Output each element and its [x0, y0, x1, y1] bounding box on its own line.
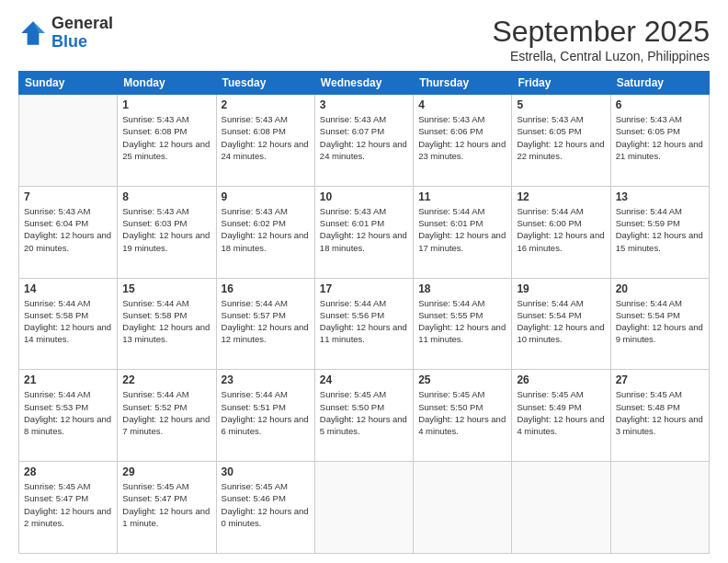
- week-row-4: 28Sunrise: 5:45 AM Sunset: 5:47 PM Dayli…: [19, 462, 710, 554]
- day-number: 1: [122, 98, 210, 111]
- calendar-cell: 2Sunrise: 5:43 AM Sunset: 6:08 PM Daylig…: [216, 95, 314, 187]
- col-wednesday: Wednesday: [314, 72, 413, 95]
- day-number: 14: [24, 282, 112, 295]
- location-subtitle: Estrella, Central Luzon, Philippines: [492, 49, 710, 63]
- day-info: Sunrise: 5:43 AM Sunset: 6:06 PM Dayligh…: [418, 113, 506, 162]
- calendar-cell: 19Sunrise: 5:44 AM Sunset: 5:54 PM Dayli…: [512, 278, 610, 370]
- day-number: 4: [418, 98, 506, 111]
- calendar-cell: 8Sunrise: 5:43 AM Sunset: 6:03 PM Daylig…: [118, 186, 216, 278]
- day-info: Sunrise: 5:44 AM Sunset: 5:59 PM Dayligh…: [616, 205, 704, 254]
- calendar-cell: 4Sunrise: 5:43 AM Sunset: 6:06 PM Daylig…: [414, 95, 512, 187]
- day-number: 19: [517, 282, 605, 295]
- day-number: 13: [616, 190, 704, 203]
- calendar-cell: [610, 462, 709, 554]
- day-number: 15: [122, 282, 210, 295]
- day-info: Sunrise: 5:43 AM Sunset: 6:04 PM Dayligh…: [24, 205, 112, 254]
- calendar-cell: 29Sunrise: 5:45 AM Sunset: 5:47 PM Dayli…: [118, 462, 216, 554]
- day-number: 20: [616, 282, 704, 295]
- day-info: Sunrise: 5:45 AM Sunset: 5:47 PM Dayligh…: [122, 480, 210, 529]
- day-info: Sunrise: 5:44 AM Sunset: 5:58 PM Dayligh…: [122, 297, 210, 346]
- day-number: 7: [24, 190, 112, 203]
- day-number: 21: [24, 373, 112, 386]
- calendar-cell: 26Sunrise: 5:45 AM Sunset: 5:49 PM Dayli…: [512, 370, 610, 462]
- day-number: 5: [517, 98, 605, 111]
- logo-general: General: [51, 14, 113, 32]
- calendar-cell: 17Sunrise: 5:44 AM Sunset: 5:56 PM Dayli…: [314, 278, 413, 370]
- page: General Blue September 2025 Estrella, Ce…: [0, 0, 728, 563]
- day-info: Sunrise: 5:44 AM Sunset: 5:56 PM Dayligh…: [320, 297, 408, 346]
- day-number: 16: [222, 282, 310, 295]
- day-info: Sunrise: 5:45 AM Sunset: 5:47 PM Dayligh…: [24, 480, 112, 529]
- calendar-cell: 20Sunrise: 5:44 AM Sunset: 5:54 PM Dayli…: [610, 278, 709, 370]
- day-info: Sunrise: 5:44 AM Sunset: 6:00 PM Dayligh…: [517, 205, 605, 254]
- day-number: 25: [418, 373, 506, 386]
- calendar-cell: 13Sunrise: 5:44 AM Sunset: 5:59 PM Dayli…: [610, 186, 709, 278]
- day-number: 2: [222, 98, 310, 111]
- calendar-cell: 28Sunrise: 5:45 AM Sunset: 5:47 PM Dayli…: [19, 462, 118, 554]
- day-number: 17: [320, 282, 408, 295]
- calendar-cell: [19, 95, 118, 187]
- day-info: Sunrise: 5:44 AM Sunset: 6:01 PM Dayligh…: [418, 205, 506, 254]
- day-number: 23: [222, 373, 310, 386]
- calendar-cell: [314, 462, 413, 554]
- day-number: 3: [320, 98, 408, 111]
- header: General Blue September 2025 Estrella, Ce…: [18, 15, 710, 63]
- logo-text: General Blue: [51, 15, 113, 52]
- calendar-cell: 22Sunrise: 5:44 AM Sunset: 5:52 PM Dayli…: [118, 370, 216, 462]
- calendar-table: Sunday Monday Tuesday Wednesday Thursday…: [18, 71, 710, 554]
- day-number: 9: [222, 190, 310, 203]
- calendar-cell: 7Sunrise: 5:43 AM Sunset: 6:04 PM Daylig…: [19, 186, 118, 278]
- day-number: 22: [122, 373, 210, 386]
- day-info: Sunrise: 5:43 AM Sunset: 6:02 PM Dayligh…: [222, 205, 310, 254]
- week-row-0: 1Sunrise: 5:43 AM Sunset: 6:08 PM Daylig…: [19, 95, 710, 187]
- day-info: Sunrise: 5:45 AM Sunset: 5:50 PM Dayligh…: [418, 388, 506, 437]
- calendar-cell: 21Sunrise: 5:44 AM Sunset: 5:53 PM Dayli…: [19, 370, 118, 462]
- calendar-cell: 10Sunrise: 5:43 AM Sunset: 6:01 PM Dayli…: [314, 186, 413, 278]
- day-info: Sunrise: 5:44 AM Sunset: 5:58 PM Dayligh…: [24, 297, 112, 346]
- col-tuesday: Tuesday: [216, 72, 314, 95]
- day-info: Sunrise: 5:44 AM Sunset: 5:53 PM Dayligh…: [24, 388, 112, 437]
- week-row-1: 7Sunrise: 5:43 AM Sunset: 6:04 PM Daylig…: [19, 186, 710, 278]
- day-info: Sunrise: 5:43 AM Sunset: 6:05 PM Dayligh…: [517, 113, 605, 162]
- day-number: 8: [122, 190, 210, 203]
- title-block: September 2025 Estrella, Central Luzon, …: [492, 15, 710, 63]
- col-friday: Friday: [512, 72, 610, 95]
- day-number: 12: [517, 190, 605, 203]
- day-number: 30: [222, 465, 310, 478]
- calendar-cell: [414, 462, 512, 554]
- day-number: 11: [418, 190, 506, 203]
- day-info: Sunrise: 5:43 AM Sunset: 6:01 PM Dayligh…: [320, 205, 408, 254]
- col-saturday: Saturday: [610, 72, 709, 95]
- calendar-cell: 14Sunrise: 5:44 AM Sunset: 5:58 PM Dayli…: [19, 278, 118, 370]
- calendar-cell: 12Sunrise: 5:44 AM Sunset: 6:00 PM Dayli…: [512, 186, 610, 278]
- week-row-3: 21Sunrise: 5:44 AM Sunset: 5:53 PM Dayli…: [19, 370, 710, 462]
- day-info: Sunrise: 5:43 AM Sunset: 6:05 PM Dayligh…: [616, 113, 704, 162]
- day-info: Sunrise: 5:43 AM Sunset: 6:07 PM Dayligh…: [320, 113, 408, 162]
- calendar-cell: 3Sunrise: 5:43 AM Sunset: 6:07 PM Daylig…: [314, 95, 413, 187]
- calendar-cell: 1Sunrise: 5:43 AM Sunset: 6:08 PM Daylig…: [118, 95, 216, 187]
- day-number: 26: [517, 373, 605, 386]
- col-thursday: Thursday: [414, 72, 512, 95]
- month-title: September 2025: [492, 15, 710, 49]
- calendar-cell: 15Sunrise: 5:44 AM Sunset: 5:58 PM Dayli…: [118, 278, 216, 370]
- day-info: Sunrise: 5:44 AM Sunset: 5:57 PM Dayligh…: [222, 297, 310, 346]
- day-info: Sunrise: 5:44 AM Sunset: 5:54 PM Dayligh…: [517, 297, 605, 346]
- day-number: 6: [616, 98, 704, 111]
- col-monday: Monday: [118, 72, 216, 95]
- day-info: Sunrise: 5:44 AM Sunset: 5:55 PM Dayligh…: [418, 297, 506, 346]
- calendar-cell: 5Sunrise: 5:43 AM Sunset: 6:05 PM Daylig…: [512, 95, 610, 187]
- day-info: Sunrise: 5:44 AM Sunset: 5:54 PM Dayligh…: [616, 297, 704, 346]
- week-row-2: 14Sunrise: 5:44 AM Sunset: 5:58 PM Dayli…: [19, 278, 710, 370]
- day-info: Sunrise: 5:43 AM Sunset: 6:08 PM Dayligh…: [222, 113, 310, 162]
- logo: General Blue: [18, 15, 113, 52]
- col-sunday: Sunday: [19, 72, 118, 95]
- day-info: Sunrise: 5:45 AM Sunset: 5:46 PM Dayligh…: [222, 480, 310, 529]
- day-number: 27: [616, 373, 704, 386]
- day-number: 18: [418, 282, 506, 295]
- calendar-cell: 30Sunrise: 5:45 AM Sunset: 5:46 PM Dayli…: [216, 462, 314, 554]
- calendar-cell: 11Sunrise: 5:44 AM Sunset: 6:01 PM Dayli…: [414, 186, 512, 278]
- day-info: Sunrise: 5:43 AM Sunset: 6:03 PM Dayligh…: [122, 205, 210, 254]
- calendar-cell: 27Sunrise: 5:45 AM Sunset: 5:48 PM Dayli…: [610, 370, 709, 462]
- day-info: Sunrise: 5:44 AM Sunset: 5:51 PM Dayligh…: [222, 388, 310, 437]
- day-number: 24: [320, 373, 408, 386]
